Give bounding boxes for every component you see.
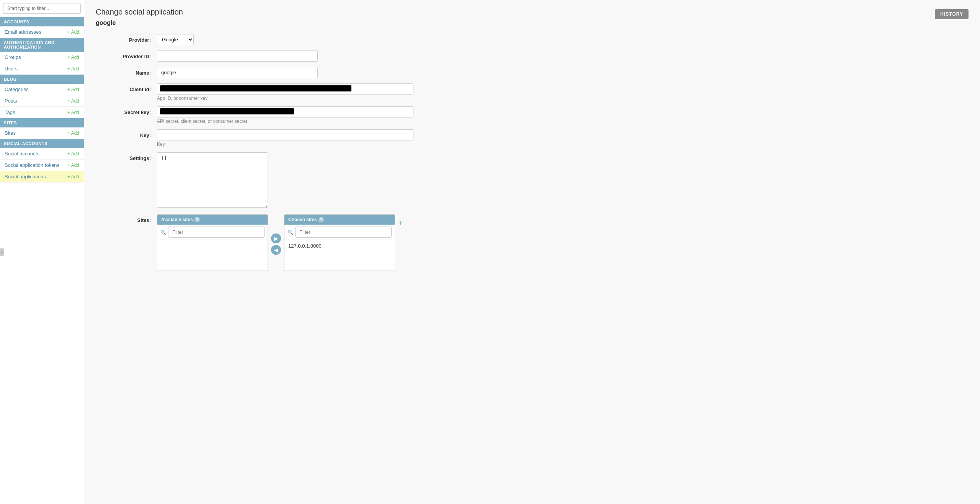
sites-add-button[interactable]: +: [398, 217, 403, 228]
sidebar-section-sites: SITES: [0, 118, 84, 127]
sites-container: Available sites ? 🔍 ▶ ◀: [157, 214, 417, 271]
sites-field: Available sites ? 🔍 ▶ ◀: [157, 214, 417, 271]
sidebar-collapse-button[interactable]: «: [0, 248, 4, 256]
chosen-sites-header: Chosen sites ?: [284, 215, 395, 225]
sidebar-item-groups[interactable]: Groups + Add: [0, 52, 84, 63]
history-button[interactable]: HISTORY: [935, 9, 969, 19]
chosen-sites-box: Chosen sites ? 🔍 127.0.0.1:8000: [284, 214, 395, 271]
sidebar-section-auth: AUTHENTICATION AND AUTHORIZATION: [0, 38, 84, 52]
key-input[interactable]: [157, 129, 413, 140]
key-label: Key:: [96, 129, 157, 138]
client-id-field: App ID, or consumer key: [157, 83, 417, 101]
provider-id-field: [157, 51, 417, 62]
available-sites-list: [157, 240, 268, 271]
available-sites-filter-input[interactable]: [168, 227, 265, 238]
available-sites-header: Available sites ?: [157, 215, 268, 225]
provider-row: Provider: Google Facebook Twitter GitHub: [96, 34, 969, 45]
provider-label: Provider:: [96, 34, 157, 43]
sidebar-section-blog: BLOG: [0, 75, 84, 84]
provider-id-label: Provider ID:: [96, 51, 157, 59]
sidebar-item-tags[interactable]: Tags + Add: [0, 107, 84, 118]
chosen-site-item[interactable]: 127.0.0.1:8000: [284, 241, 395, 250]
available-sites-help-icon[interactable]: ?: [194, 217, 200, 222]
chosen-sites-list: 127.0.0.1:8000: [284, 240, 395, 271]
name-label: Name:: [96, 67, 157, 76]
sidebar-item-social-accounts[interactable]: Social accounts + Add: [0, 148, 84, 160]
provider-id-row: Provider ID:: [96, 51, 969, 62]
client-id-label: Client id:: [96, 83, 157, 92]
sidebar: ACCOUNTS Email addresses + Add AUTHENTIC…: [0, 0, 84, 504]
chosen-sites-help-icon[interactable]: ?: [318, 217, 324, 222]
client-id-row: Client id: App ID, or consumer key: [96, 83, 969, 101]
key-field: Key: [157, 129, 417, 147]
client-id-help: App ID, or consumer key: [157, 96, 417, 101]
chosen-sites-filter-input[interactable]: [295, 227, 392, 238]
settings-label: Settings:: [96, 152, 157, 161]
secret-key-row: Secret key: API secret, client secret, o…: [96, 106, 969, 124]
provider-field: Google Facebook Twitter GitHub: [157, 34, 417, 45]
search-icon: 🔍: [160, 230, 166, 235]
sidebar-item-email-addresses[interactable]: Email addresses + Add: [0, 26, 84, 38]
sidebar-section-social-accounts: SOCIAL ACCOUNTS: [0, 139, 84, 148]
sidebar-filter-input[interactable]: [3, 3, 81, 14]
sites-row: Sites: Available sites ? 🔍: [96, 214, 969, 271]
sidebar-section-accounts: ACCOUNTS: [0, 17, 84, 26]
sidebar-item-categories[interactable]: Categories + Add: [0, 84, 84, 95]
name-row: Name:: [96, 67, 969, 78]
provider-select[interactable]: Google Facebook Twitter GitHub: [157, 34, 194, 45]
page-title: Change social application: [96, 8, 969, 16]
secret-key-help: API secret, client secret, or consumer s…: [157, 119, 417, 124]
client-id-input[interactable]: [157, 83, 413, 95]
available-sites-filter-row: 🔍: [157, 225, 268, 240]
chosen-sites-filter-row: 🔍: [284, 225, 395, 240]
key-help: Key: [157, 142, 417, 147]
sidebar-filter[interactable]: [0, 0, 84, 17]
settings-field: {}: [157, 152, 417, 209]
sidebar-item-social-application-tokens[interactable]: Social application tokens + Add: [0, 160, 84, 171]
settings-textarea[interactable]: {}: [157, 152, 268, 208]
settings-row: Settings: {}: [96, 152, 969, 209]
key-row: Key: Key: [96, 129, 969, 147]
sidebar-item-sites[interactable]: Sites + Add: [0, 127, 84, 139]
provider-id-input[interactable]: [157, 51, 318, 62]
secret-key-input[interactable]: [157, 106, 413, 117]
sites-label: Sites:: [96, 214, 157, 223]
object-name: google: [96, 20, 969, 26]
secret-key-field: API secret, client secret, or consumer s…: [157, 106, 417, 124]
main-content: HISTORY Change social application google…: [84, 0, 980, 504]
move-left-button[interactable]: ◀: [271, 245, 281, 255]
secret-key-label: Secret key:: [96, 106, 157, 115]
search-icon-chosen: 🔍: [287, 230, 293, 235]
move-right-button[interactable]: ▶: [271, 233, 281, 243]
sidebar-item-posts[interactable]: Posts + Add: [0, 95, 84, 107]
available-sites-box: Available sites ? 🔍: [157, 214, 268, 271]
sidebar-item-users[interactable]: Users + Add: [0, 63, 84, 75]
name-field: [157, 67, 417, 78]
sidebar-item-social-applications[interactable]: Social applications + Add: [0, 171, 84, 183]
sites-arrows: ▶ ◀: [271, 214, 281, 255]
name-input[interactable]: [157, 67, 318, 78]
